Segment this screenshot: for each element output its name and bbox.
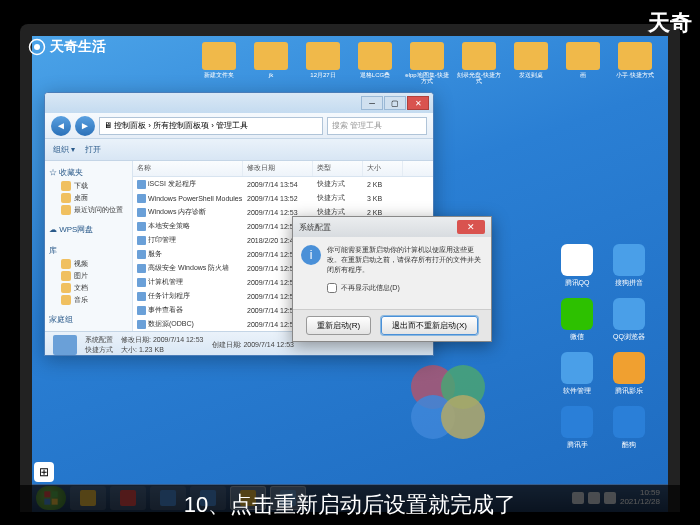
sidebar-section[interactable]: 家庭组 xyxy=(49,312,128,327)
sidebar-item[interactable]: 图片 xyxy=(49,270,128,282)
desktop-icon[interactable]: 小手·快捷方式 xyxy=(612,42,658,84)
svg-point-1 xyxy=(34,44,40,50)
file-row[interactable]: iSCSI 发起程序2009/7/14 13:54快捷方式2 KB xyxy=(133,177,433,191)
sidebar-item[interactable]: 下载 xyxy=(49,180,128,192)
desktop-icons-row: 新建文件夹jk12月27日退格LCG叠elpp地图集-快捷方式刻录光盘-快捷方式… xyxy=(196,42,658,84)
desktop-icon[interactable]: jk xyxy=(248,42,294,84)
explorer-sidebar: ☆ 收藏夹下载桌面最近访问的位置☁ WPS网盘库视频图片文档音乐家庭组计算机OS… xyxy=(45,161,133,331)
tutorial-caption: 10、点击重新启动后设置就完成了 xyxy=(0,485,700,525)
maximize-button[interactable]: ▢ xyxy=(384,96,406,110)
minimize-button[interactable]: ─ xyxy=(361,96,383,110)
sidebar-section[interactable]: 库 xyxy=(49,243,128,258)
desktop-icon[interactable]: QQ浏览器 xyxy=(608,298,650,342)
brand-logo-icon xyxy=(28,38,46,56)
exit-no-restart-button[interactable]: 退出而不重新启动(X) xyxy=(381,316,478,335)
desktop-icon[interactable]: 腾讯手 xyxy=(556,406,598,450)
sidebar-item[interactable]: 桌面 xyxy=(49,192,128,204)
open-button[interactable]: 打开 xyxy=(85,144,101,155)
desktop-icon[interactable]: 软件管理 xyxy=(556,352,598,396)
svg-point-5 xyxy=(441,395,485,439)
dont-show-checkbox[interactable]: 不再显示此信息(D) xyxy=(301,283,483,293)
status-icon xyxy=(53,335,77,355)
desktop-screen: 新建文件夹jk12月27日退格LCG叠elpp地图集-快捷方式刻录光盘-快捷方式… xyxy=(32,36,668,512)
info-icon: i xyxy=(301,245,321,265)
desktop-icon[interactable]: 新建文件夹 xyxy=(196,42,242,84)
corner-app-icon[interactable]: ⊞ xyxy=(34,462,54,482)
organize-menu[interactable]: 组织 ▾ xyxy=(53,144,75,155)
desktop-icon[interactable]: elpp地图集-快捷方式 xyxy=(404,42,450,84)
sidebar-section[interactable]: ☁ WPS网盘 xyxy=(49,222,128,237)
desktop-icon[interactable]: 刻录光盘-快捷方式 xyxy=(456,42,502,84)
desktop-icon[interactable]: 12月27日 xyxy=(300,42,346,84)
sidebar-item[interactable]: 视频 xyxy=(49,258,128,270)
window-titlebar[interactable]: ─ ▢ ✕ xyxy=(45,93,433,113)
restart-button[interactable]: 重新启动(R) xyxy=(306,316,371,335)
close-button[interactable]: ✕ xyxy=(407,96,429,110)
desktop-icon[interactable]: 画 xyxy=(560,42,606,84)
desktop-icon[interactable]: 搜狗拼音 xyxy=(608,244,650,288)
column-headers[interactable]: 名称修改日期类型大小 xyxy=(133,161,433,177)
desktop-icon[interactable]: 退格LCG叠 xyxy=(352,42,398,84)
explorer-toolbar: 组织 ▾ 打开 xyxy=(45,139,433,161)
dialog-close-button[interactable]: ✕ xyxy=(457,220,485,234)
desktop-icon[interactable]: 酷狗 xyxy=(608,406,650,450)
system-config-dialog: 系统配置 ✕ i 你可能需要重新启动你的计算机以便应用这些更改。在重新启动之前，… xyxy=(292,216,492,342)
brand-top-right: 天奇 xyxy=(648,8,692,38)
sidebar-section[interactable]: ☆ 收藏夹 xyxy=(49,165,128,180)
forward-button[interactable]: ► xyxy=(75,116,95,136)
win7-logo-decoration xyxy=(388,352,508,452)
dialog-message: 你可能需要重新启动你的计算机以便应用这些更改。在重新启动之前，请保存所有打开的文… xyxy=(327,245,483,275)
sidebar-item[interactable]: 音乐 xyxy=(49,294,128,306)
desktop-icon[interactable]: 发送到桌 xyxy=(508,42,554,84)
monitor-bezel: 新建文件夹jk12月27日退格LCG叠elpp地图集-快捷方式刻录光盘-快捷方式… xyxy=(20,24,680,512)
back-button[interactable]: ◄ xyxy=(51,116,71,136)
dialog-titlebar[interactable]: 系统配置 ✕ xyxy=(293,217,491,237)
search-input[interactable]: 搜索 管理工具 xyxy=(327,117,427,135)
desktop-icon[interactable]: 微信 xyxy=(556,298,598,342)
file-row[interactable]: Windows PowerShell Modules2009/7/14 13:5… xyxy=(133,191,433,205)
address-breadcrumb[interactable]: 🖥控制面板 › 所有控制面板项 › 管理工具 xyxy=(99,117,323,135)
desktop-icon[interactable]: 腾讯QQ xyxy=(556,244,598,288)
desktop-icon[interactable]: 腾讯影乐 xyxy=(608,352,650,396)
desktop-icons-column: 腾讯QQ搜狗拼音微信QQ浏览器软件管理腾讯影乐腾讯手酷狗 xyxy=(556,244,650,450)
sidebar-item[interactable]: 最近访问的位置 xyxy=(49,204,128,216)
navigation-bar: ◄ ► 🖥控制面板 › 所有控制面板项 › 管理工具 搜索 管理工具 xyxy=(45,113,433,139)
brand-top-left: 天奇生活 xyxy=(28,38,106,56)
sidebar-item[interactable]: 文档 xyxy=(49,282,128,294)
